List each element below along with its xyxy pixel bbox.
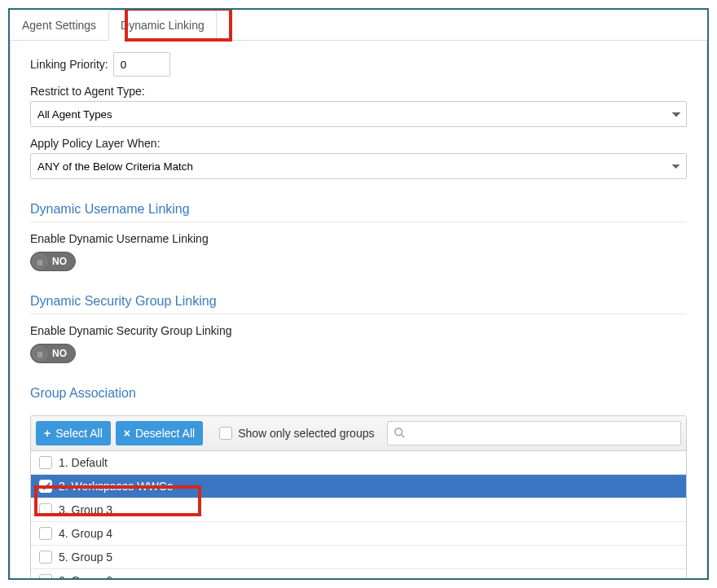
search-icon bbox=[394, 427, 405, 441]
linking-priority-input[interactable] bbox=[113, 52, 170, 77]
group-row[interactable]: 5. Group 5 bbox=[31, 546, 686, 569]
close-icon: × bbox=[124, 427, 130, 440]
enable-username-linking-label: Enable Dynamic Username Linking bbox=[30, 232, 687, 245]
show-only-selected-label: Show only selected groups bbox=[238, 427, 374, 440]
group-row-label: 6. Group 6 bbox=[59, 574, 112, 580]
show-only-selected-toggle[interactable]: Show only selected groups bbox=[219, 427, 374, 440]
toggle-username-linking[interactable]: ||| NO bbox=[30, 252, 76, 271]
section-group-association-title: Group Association bbox=[30, 381, 687, 406]
select-all-button[interactable]: + Select All bbox=[36, 421, 111, 445]
restrict-agent-label: Restrict to Agent Type: bbox=[30, 85, 687, 98]
group-row[interactable]: 2. Workspaces WWCo bbox=[31, 475, 686, 498]
group-association-panel: + Select All × Deselect All Show only se… bbox=[30, 415, 687, 580]
deselect-all-label: Deselect All bbox=[135, 427, 195, 440]
dynamic-linking-panel: Linking Priority: Restrict to Agent Type… bbox=[10, 41, 707, 580]
svg-line-1 bbox=[402, 435, 405, 438]
group-row-checkbox[interactable] bbox=[39, 480, 52, 493]
group-row-label: 3. Group 3 bbox=[59, 503, 112, 516]
deselect-all-button[interactable]: × Deselect All bbox=[116, 421, 203, 445]
group-row[interactable]: 6. Group 6 bbox=[31, 569, 686, 580]
tab-agent-settings[interactable]: Agent Settings bbox=[10, 10, 108, 40]
group-row[interactable]: 1. Default bbox=[31, 451, 686, 475]
section-username-linking-title: Dynamic Username Linking bbox=[30, 197, 687, 222]
linking-priority-label: Linking Priority: bbox=[30, 58, 108, 71]
select-all-label: Select All bbox=[55, 427, 103, 440]
settings-frame: Agent Settings Dynamic Linking Linking P… bbox=[8, 8, 709, 580]
restrict-agent-select[interactable]: All Agent Types bbox=[30, 101, 687, 127]
group-list: 1. Default2. Workspaces WWCo3. Group 34.… bbox=[31, 451, 686, 580]
toggle-knob-icon: ||| bbox=[33, 346, 47, 361]
toggle-security-group-text: NO bbox=[52, 348, 67, 359]
group-row[interactable]: 4. Group 4 bbox=[31, 522, 686, 546]
show-only-selected-checkbox[interactable] bbox=[219, 427, 232, 440]
group-row-label: 5. Group 5 bbox=[59, 551, 112, 564]
group-row-label: 2. Workspaces WWCo bbox=[59, 480, 174, 493]
group-row-checkbox[interactable] bbox=[39, 527, 52, 540]
toggle-knob-icon: ||| bbox=[33, 254, 47, 269]
group-row-label: 4. Group 4 bbox=[59, 527, 112, 540]
group-search bbox=[387, 421, 681, 445]
tab-dynamic-linking[interactable]: Dynamic Linking bbox=[108, 10, 217, 41]
plus-icon: + bbox=[44, 427, 51, 440]
group-row-checkbox[interactable] bbox=[39, 551, 52, 564]
group-search-input[interactable] bbox=[387, 421, 681, 445]
group-row-label: 1. Default bbox=[59, 456, 108, 469]
svg-point-0 bbox=[395, 428, 402, 436]
group-row-checkbox[interactable] bbox=[39, 456, 52, 469]
section-security-group-title: Dynamic Security Group Linking bbox=[30, 289, 687, 314]
apply-policy-label: Apply Policy Layer When: bbox=[30, 137, 687, 150]
group-row-checkbox[interactable] bbox=[39, 574, 52, 580]
toggle-security-group[interactable]: ||| NO bbox=[30, 344, 76, 363]
apply-policy-select[interactable]: ANY of the Below Criteria Match bbox=[30, 153, 687, 179]
enable-security-group-label: Enable Dynamic Security Group Linking bbox=[30, 324, 687, 337]
group-toolbar: + Select All × Deselect All Show only se… bbox=[31, 416, 686, 451]
toggle-username-linking-text: NO bbox=[52, 256, 67, 267]
tab-bar: Agent Settings Dynamic Linking bbox=[10, 10, 707, 41]
group-row-checkbox[interactable] bbox=[39, 503, 52, 516]
group-row[interactable]: 3. Group 3 bbox=[31, 498, 686, 522]
